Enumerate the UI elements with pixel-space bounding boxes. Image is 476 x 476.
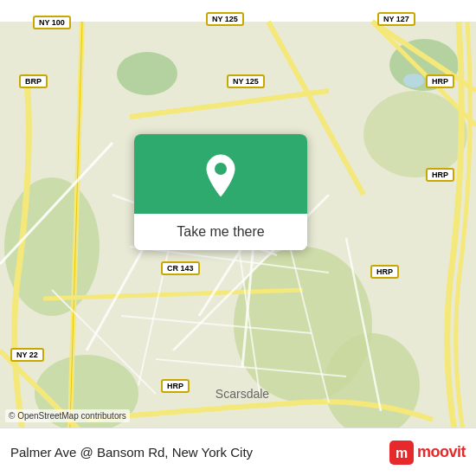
road-sign-ny22: NY 22 bbox=[10, 348, 44, 362]
road-sign-brp: BRP bbox=[19, 74, 48, 88]
svg-point-5 bbox=[325, 333, 420, 437]
moovit-brand-icon: m bbox=[389, 441, 414, 465]
road-sign-cr143: CR 143 bbox=[161, 261, 200, 275]
location-label: Palmer Ave @ Bansom Rd, New York City bbox=[10, 445, 253, 460]
road-sign-ny100: NY 100 bbox=[33, 16, 71, 29]
svg-text:Scarsdale: Scarsdale bbox=[215, 387, 269, 401]
card-header bbox=[134, 134, 307, 214]
road-sign-ny125a: NY 125 bbox=[206, 12, 244, 26]
road-sign-hrp2: HRP bbox=[426, 168, 454, 182]
location-pin-icon bbox=[202, 153, 240, 198]
svg-text:m: m bbox=[396, 446, 408, 460]
moovit-logo: m moovit bbox=[389, 441, 466, 465]
moovit-brand-text: moovit bbox=[417, 443, 466, 461]
map-container[interactable]: Scarsdale NY 100 NY 125 NY 125 NY 127 BR… bbox=[0, 0, 476, 476]
svg-point-8 bbox=[403, 74, 424, 87]
svg-point-6 bbox=[117, 52, 177, 95]
road-sign-hrp3: HRP bbox=[370, 265, 399, 279]
road-sign-hrp4: HRP bbox=[161, 379, 190, 393]
take-me-there-button[interactable]: Take me there bbox=[134, 214, 307, 250]
bottom-bar: Palmer Ave @ Bansom Rd, New York City m … bbox=[0, 428, 476, 476]
road-sign-ny125b: NY 125 bbox=[227, 74, 265, 88]
map-attribution: © OpenStreetMap contributors bbox=[5, 409, 130, 422]
road-sign-hrp1: HRP bbox=[426, 74, 454, 88]
svg-point-32 bbox=[215, 163, 227, 175]
navigation-card: Take me there bbox=[134, 134, 307, 250]
road-sign-ny127: NY 127 bbox=[377, 12, 415, 26]
